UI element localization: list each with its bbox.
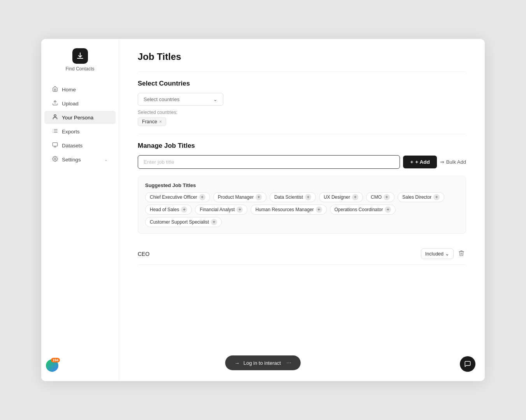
tag-france: France ×	[138, 117, 166, 126]
chevron-down-icon: ⌄	[213, 96, 217, 102]
countries-dropdown[interactable]: Select countries ⌄	[138, 93, 223, 106]
sidebar-home-label: Home	[62, 87, 108, 93]
chip-head-of-sales[interactable]: Head of Sales +	[145, 205, 192, 215]
sidebar-persona-label: Your Persona	[62, 115, 108, 121]
app-logo-icon	[72, 48, 88, 64]
job-title-input[interactable]	[138, 155, 400, 169]
chip-customer-support-add-icon: +	[211, 219, 217, 225]
chip-sales-director-add-icon: +	[433, 194, 440, 200]
sidebar-exports-label: Exports	[62, 129, 108, 135]
settings-icon	[52, 156, 58, 163]
job-input-row: + + Add ⇒ Bulk Add	[138, 155, 466, 169]
chip-customer-support-label: Customer Support Specialist	[150, 219, 209, 225]
sidebar: Find Contacts Home Upload Your Persona	[41, 39, 119, 381]
chip-ux-designer-label: UX Designer	[324, 194, 350, 200]
job-entry-ceo-name: CEO	[138, 251, 149, 257]
avatar: 194	[46, 359, 58, 372]
chip-data-scientist-add-icon: +	[305, 194, 311, 200]
sidebar-item-settings[interactable]: Settings ⌄	[44, 153, 116, 166]
tag-france-label: France	[142, 119, 157, 124]
login-bar-label: Log in to interact	[244, 360, 281, 366]
app-window: Find Contacts Home Upload Your Persona	[41, 39, 485, 381]
included-label: Included	[425, 251, 444, 257]
chip-ops-coordinator-add-icon: +	[385, 206, 391, 213]
chip-ux-designer[interactable]: UX Designer +	[319, 192, 363, 202]
page-title: Job Titles	[138, 51, 466, 62]
sidebar-item-your-persona[interactable]: Your Persona	[44, 111, 116, 124]
divider-1	[138, 72, 466, 72]
chip-product-manager[interactable]: Product Manager +	[213, 192, 267, 202]
chip-customer-support[interactable]: Customer Support Specialist +	[145, 217, 222, 227]
chip-financial-analyst-add-icon: +	[237, 206, 243, 213]
select-countries-section: Select Countries Select countries ⌄ Sele…	[138, 80, 466, 126]
chip-financial-analyst-label: Financial Analyst	[200, 207, 235, 212]
sidebar-upload-label: Upload	[62, 101, 108, 107]
chip-head-of-sales-add-icon: +	[181, 206, 187, 213]
avatar-row[interactable]: 194	[46, 359, 114, 372]
add-button[interactable]: + + Add	[403, 156, 437, 168]
upload-icon	[52, 100, 58, 107]
chip-head-of-sales-label: Head of Sales	[150, 207, 179, 212]
tag-france-remove[interactable]: ×	[159, 119, 162, 124]
sidebar-logo: Find Contacts	[41, 48, 119, 72]
sidebar-item-upload[interactable]: Upload	[44, 97, 116, 110]
chip-ceo-add-icon: +	[199, 194, 205, 200]
selected-label: Selected countries:	[138, 110, 466, 115]
delete-entry-button[interactable]	[457, 248, 466, 259]
chip-hr-manager[interactable]: Human Resources Manager +	[251, 205, 326, 215]
add-label: + Add	[415, 159, 430, 165]
chip-cmo-add-icon: +	[384, 194, 390, 200]
chip-product-manager-add-icon: +	[256, 194, 262, 200]
persona-icon	[52, 114, 58, 121]
avatar-badge: 194	[51, 358, 60, 362]
job-entry-ceo: CEO Included ⌄	[138, 243, 466, 265]
divider-2	[138, 134, 466, 134]
chip-ops-coordinator-label: Operations Coordinator	[335, 207, 383, 212]
svg-point-11	[54, 158, 56, 160]
sidebar-item-exports[interactable]: Exports	[44, 125, 116, 138]
chip-sales-director[interactable]: Sales Director +	[398, 192, 444, 202]
chat-button[interactable]	[460, 356, 475, 372]
included-chevron-icon: ⌄	[445, 251, 449, 257]
chip-data-scientist-label: Data Scientist	[274, 194, 303, 200]
home-icon	[52, 86, 58, 93]
countries-placeholder: Select countries	[144, 96, 180, 102]
manage-job-titles-title: Manage Job Titles	[138, 142, 466, 150]
manage-job-titles-section: Manage Job Titles + + Add ⇒ Bulk Add Sug…	[138, 142, 466, 265]
chip-ux-designer-add-icon: +	[352, 194, 358, 200]
exports-icon	[52, 128, 58, 135]
chip-ops-coordinator[interactable]: Operations Coordinator +	[330, 205, 396, 215]
login-bar[interactable]: → Log in to interact ···	[225, 355, 301, 370]
bulk-add-button[interactable]: ⇒ Bulk Add	[440, 159, 466, 165]
datasets-icon	[52, 142, 58, 149]
svg-rect-8	[53, 143, 58, 146]
chip-ceo-label: Chief Executive Officer	[150, 194, 197, 200]
select-countries-title: Select Countries	[138, 80, 466, 88]
chip-hr-manager-add-icon: +	[316, 206, 322, 213]
included-select[interactable]: Included ⌄	[421, 248, 454, 259]
sidebar-settings-label: Settings	[62, 157, 100, 163]
chip-cmo[interactable]: CMO +	[366, 192, 394, 202]
chip-cmo-label: CMO	[371, 194, 382, 200]
chip-row: Chief Executive Officer + Product Manage…	[145, 192, 459, 227]
sidebar-item-home[interactable]: Home	[44, 83, 116, 96]
job-entry-ceo-right: Included ⌄	[421, 248, 466, 259]
login-bar-dots-icon: ···	[286, 359, 291, 366]
chip-financial-analyst[interactable]: Financial Analyst +	[195, 205, 247, 215]
chip-data-scientist[interactable]: Data Scientist +	[270, 192, 316, 202]
settings-chevron-icon: ⌄	[104, 157, 108, 162]
suggested-title: Suggested Job Titles	[145, 182, 459, 188]
chip-ceo[interactable]: Chief Executive Officer +	[145, 192, 210, 202]
sidebar-item-datasets[interactable]: Datasets	[44, 139, 116, 152]
bulk-label: Bulk Add	[446, 159, 466, 165]
chip-sales-director-label: Sales Director	[402, 194, 431, 200]
bulk-icon: ⇒	[440, 159, 444, 165]
sidebar-bottom: 194	[41, 359, 119, 375]
main-content: Job Titles Select Countries Select count…	[119, 39, 485, 381]
login-arrow-icon: →	[235, 360, 240, 366]
chip-product-manager-label: Product Manager	[218, 194, 254, 200]
logo-label: Find Contacts	[65, 66, 94, 72]
suggested-box: Suggested Job Titles Chief Executive Off…	[138, 176, 466, 234]
add-plus-icon: +	[410, 159, 413, 165]
sidebar-datasets-label: Datasets	[62, 143, 108, 149]
